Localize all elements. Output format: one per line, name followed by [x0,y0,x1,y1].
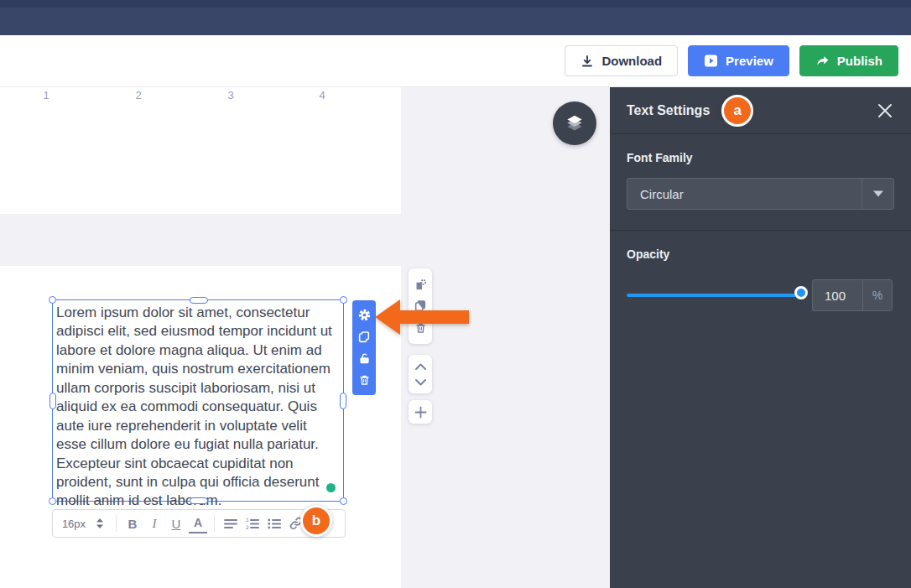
toolbar-divider [116,515,117,532]
chevron-down-icon [873,190,883,197]
opacity-unit: % [862,279,893,311]
italic-button[interactable]: I [145,513,164,533]
opacity-controls: 100 % [627,279,894,311]
font-family-label: Font Family [627,151,894,164]
svg-text:1: 1 [246,517,249,523]
unlock-icon [358,352,371,365]
page-canvas[interactable]: 1 2 3 4 Lorem ipsum dolor sit amet, cons… [0,87,610,588]
resize-handle-bottom-left[interactable] [49,497,56,505]
block-reorder-toolbar [409,355,432,393]
preview-button[interactable]: Preview [688,45,789,76]
toolbar-divider [214,515,215,532]
canvas-section-top[interactable] [0,87,401,214]
resize-handle-bottom-right[interactable] [340,497,347,505]
layers-button[interactable] [553,101,596,145]
move-up-button[interactable] [411,358,429,374]
element-action-toolbar [352,300,376,395]
svg-text:2: 2 [246,524,249,530]
download-button[interactable]: Download [565,45,678,76]
selected-text-element[interactable]: Lorem ipsum dolor sit amet, consectetur … [52,299,344,502]
opacity-slider[interactable] [627,286,804,304]
bold-button[interactable]: B [123,513,142,533]
duplicate-icon [357,330,371,344]
annotation-arrow [374,298,469,336]
preview-button-label: Preview [726,54,773,68]
align-button[interactable] [221,513,240,533]
font-size-value[interactable]: 16px [60,513,87,533]
bullet-list-button[interactable] [265,513,284,533]
resize-handle-right-middle[interactable] [340,393,346,409]
resize-handle-left-middle[interactable] [49,393,56,409]
slider-thumb[interactable] [794,286,808,299]
underline-button[interactable]: U [167,513,185,533]
chevron-down-icon [414,378,427,387]
block-settings-icon [414,278,428,292]
top-navigation-bar [0,0,911,35]
add-block-toolbar [409,400,432,424]
plus-icon [414,406,427,419]
badge-a-label: a [734,102,742,119]
element-lock-button[interactable] [355,349,373,367]
text-block-content[interactable]: Lorem ipsum dolor sit amet, consectetur … [56,304,338,511]
ordered-list-button[interactable]: 12 [243,513,262,533]
element-settings-button[interactable] [355,306,373,325]
download-button-label: Download [601,54,662,68]
resize-handle-top-middle[interactable] [190,297,208,304]
gear-icon [357,308,372,322]
editor-header: Download Preview Publish [0,35,911,87]
close-icon [877,103,893,118]
dropdown-arrow-button[interactable] [862,179,893,209]
badge-b-label: b [312,513,320,529]
publish-button[interactable]: Publish [799,45,898,76]
font-size-stepper[interactable] [91,513,109,533]
ruler-mark-1: 1 [40,89,52,101]
trash-icon [358,373,371,387]
font-family-select[interactable]: Circular [627,178,894,210]
text-color-button[interactable]: A [189,513,207,533]
slider-track [627,294,804,297]
ruler-mark-3: 3 [225,89,237,101]
panel-title: Text Settings [627,103,710,118]
annotation-badge-a: a [721,95,753,127]
text-settings-panel: Text Settings a Font Family Circular Opa… [610,87,911,588]
panel-header: Text Settings a [610,87,911,134]
block-settings-button[interactable] [411,275,429,294]
publish-button-label: Publish [837,54,882,68]
play-icon [704,54,718,68]
add-block-button[interactable] [411,403,429,421]
ruler-mark-4: 4 [316,89,328,101]
element-delete-button[interactable] [355,371,373,389]
download-icon [580,55,594,68]
annotation-badge-b: b [300,505,332,537]
opacity-input[interactable]: 100 [812,279,862,311]
resize-handle-top-left[interactable] [49,296,56,304]
opacity-section: Opacity 100 % [610,231,911,331]
ruler-mark-2: 2 [133,89,144,101]
move-down-button[interactable] [411,374,429,390]
publish-arrow-icon [815,54,830,68]
opacity-label: Opacity [627,247,894,261]
chevron-up-icon [414,362,427,371]
resize-handle-bottom-middle[interactable] [190,497,208,504]
font-family-section: Font Family Circular [610,134,911,230]
collaborator-dot [326,483,336,492]
close-panel-button[interactable] [876,101,894,120]
layers-icon [564,112,586,134]
font-family-value: Circular [627,179,862,209]
element-duplicate-button[interactable] [355,328,373,346]
resize-handle-top-right[interactable] [340,296,347,304]
